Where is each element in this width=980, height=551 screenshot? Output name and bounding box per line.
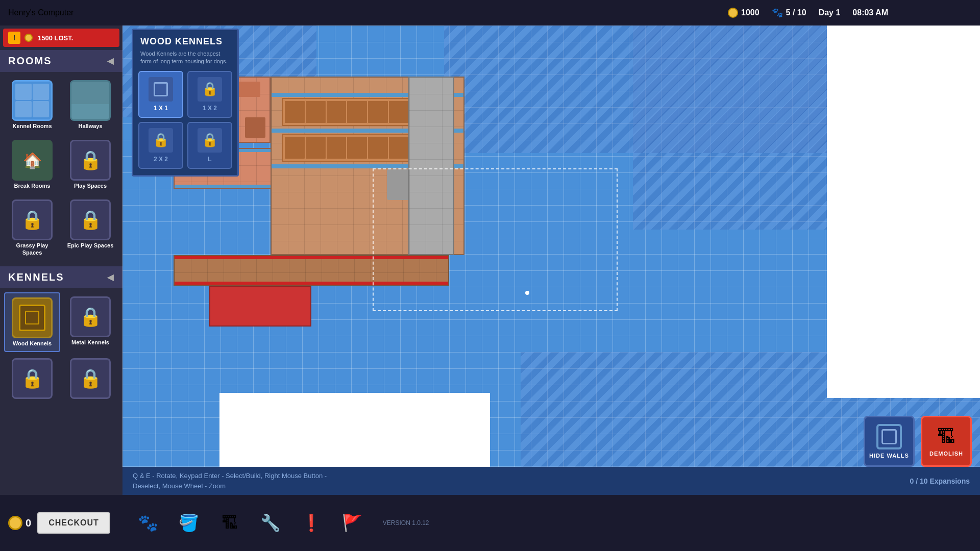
coin-icon-sm: [24, 34, 33, 42]
dog-count: 🐾 5 / 10: [772, 7, 806, 18]
bottom-toolbar: 0 CHECKOUT 🐾 🪣 🏗 🔧 ❗ 🚩 VERSION 1.0.12: [0, 495, 980, 551]
checkout-section: 0 CHECKOUT: [0, 512, 118, 534]
kennel-variant-1x1[interactable]: 1 X 1: [138, 71, 183, 118]
metal-kennels-icon: 🔒: [70, 296, 111, 337]
lock-icon-1x2: 🔒: [202, 81, 218, 97]
expansion-count: 0 / 10 Expansions: [910, 477, 970, 485]
titlebar-text: Henry's Computer: [8, 8, 74, 17]
lock-icon-L: 🔒: [202, 132, 218, 148]
sidebar-item-kennel-rooms[interactable]: Kennel Rooms: [4, 76, 60, 134]
room-bottom-extension: [209, 286, 311, 327]
lock-icon-2: 🔒: [21, 209, 44, 231]
sidebar-item-metal-kennels[interactable]: 🔒 Metal Kennels: [62, 292, 118, 352]
kennel-L-icon: 🔒: [198, 128, 222, 153]
version-label: VERSION 1.0.12: [383, 519, 429, 527]
day-display: Day 1: [819, 8, 841, 17]
info-bar: 1000 🐾 5 / 10 Day 1 08:03 AM: [728, 0, 980, 26]
kennel4-icon: 🔒: [70, 358, 111, 399]
status-bar: Q & E - Rotate, Keypad Enter - Select/Bu…: [122, 467, 980, 495]
kennel-1x2-icon: 🔒: [198, 77, 222, 102]
lock-icon-6: 🔒: [79, 368, 102, 389]
popup-description: Wood Kennels are the cheapest form of lo…: [133, 50, 237, 71]
bottom-coin-display: 0: [8, 516, 31, 530]
sidebar: ! 1500 LOST. ROOMS ◀ Kennel Rooms: [0, 26, 122, 495]
demolish-icon: 🏗: [937, 426, 955, 447]
kennels-collapse-arrow[interactable]: ◀: [107, 272, 114, 282]
nav-flag-button[interactable]: 🚩: [338, 509, 366, 537]
room-bottom-corridor: [174, 255, 449, 286]
sidebar-item-grassy-play[interactable]: 🔒 Grassy Play Spaces: [4, 195, 60, 260]
main-canvas[interactable]: [122, 26, 980, 495]
lock-icon: 🔒: [79, 149, 102, 171]
flag-nav-icon: 🚩: [342, 513, 362, 533]
hide-walls-button[interactable]: HIDE WALLS: [864, 416, 915, 467]
checkout-button[interactable]: CHECKOUT: [37, 512, 110, 534]
coin-display-top: 1000: [728, 8, 760, 18]
lock-icon-2x2: 🔒: [153, 132, 169, 148]
sidebar-item-kennel3[interactable]: 🔒: [4, 354, 60, 405]
notification-banner: ! 1500 LOST.: [3, 29, 119, 47]
kennel-variants-grid: 1 X 1 🔒 1 X 2 🔒 2 X 2 🔒 L: [133, 71, 237, 169]
hallways-icon: [70, 80, 111, 121]
sidebar-item-wood-kennels[interactable]: Wood Kennels: [4, 292, 60, 352]
nav-paw-button[interactable]: 🐾: [134, 509, 162, 537]
sidebar-item-hallways[interactable]: Hallways: [62, 76, 118, 134]
bottom-coin-icon: [8, 516, 22, 530]
kennel-1x1-icon: [149, 77, 173, 102]
popup-header: WOOD KENNELS: [133, 30, 237, 50]
time-display: 08:03 AM: [852, 8, 888, 17]
wood-kennels-popup: WOOD KENNELS Wood Kennels are the cheape…: [132, 29, 239, 177]
nav-alert-button[interactable]: ❗: [297, 509, 326, 537]
lock-icon-3: 🔒: [79, 209, 102, 231]
kennel-variant-1x2[interactable]: 🔒 1 X 2: [187, 71, 232, 118]
room-side-right: [408, 77, 454, 255]
rooms-section-header: ROOMS ◀: [0, 50, 122, 72]
bucket-nav-icon: 🪣: [179, 513, 199, 533]
sidebar-item-break-rooms[interactable]: 🏠 Break Rooms: [4, 136, 60, 193]
break-rooms-icon: 🏠: [12, 140, 53, 181]
sidebar-item-kennel4[interactable]: 🔒: [62, 354, 118, 405]
bottom-nav: 🐾 🪣 🏗 🔧 ❗ 🚩 VERSION 1.0.12: [118, 509, 445, 537]
kennels-section-header: KENNELS ◀: [0, 266, 122, 288]
wood-kennels-icon: [12, 297, 53, 338]
action-buttons: HIDE WALLS 🏗 DEMOLISH: [864, 416, 972, 467]
demolish-button[interactable]: 🏗 DEMOLISH: [921, 416, 972, 467]
grassy-play-icon: 🔒: [12, 199, 53, 240]
kennels-grid: Wood Kennels 🔒 Metal Kennels 🔒 🔒: [0, 288, 122, 409]
rooms-grid: Kennel Rooms Hallways 🏠 Break Rooms 🔒 Pl…: [0, 72, 122, 264]
white-area-right: [827, 26, 980, 398]
nav-build-button[interactable]: 🏗: [215, 509, 244, 537]
kennel3-icon: 🔒: [12, 358, 53, 399]
nav-bucket-button[interactable]: 🪣: [175, 509, 203, 537]
paw-icon: 🐾: [772, 7, 783, 18]
hide-walls-icon: [876, 424, 902, 449]
rooms-collapse-arrow[interactable]: ◀: [107, 56, 114, 66]
warning-icon: !: [8, 32, 20, 44]
lock-icon-5: 🔒: [21, 368, 44, 389]
kennel-2x2-icon: 🔒: [149, 128, 173, 153]
play-spaces-icon: 🔒: [70, 140, 111, 181]
controls-text: Q & E - Rotate, Keypad Enter - Select/Bu…: [133, 471, 910, 491]
lock-icon-4: 🔒: [79, 306, 102, 328]
kennel-variant-L[interactable]: 🔒 L: [187, 122, 232, 169]
kennel-variant-2x2[interactable]: 🔒 2 X 2: [138, 122, 183, 169]
kennel-rooms-icon: [12, 80, 53, 121]
coin-icon: [728, 8, 738, 18]
paw-nav-icon: 🐾: [138, 513, 158, 533]
alert-nav-icon: ❗: [301, 513, 322, 533]
epic-play-icon: 🔒: [70, 199, 111, 240]
build-nav-icon: 🏗: [222, 514, 238, 533]
nav-tools-button[interactable]: 🔧: [256, 509, 285, 537]
sidebar-item-epic-play[interactable]: 🔒 Epic Play Spaces: [62, 195, 118, 260]
sidebar-item-play-spaces[interactable]: 🔒 Play Spaces: [62, 136, 118, 193]
tools-nav-icon: 🔧: [260, 513, 281, 533]
